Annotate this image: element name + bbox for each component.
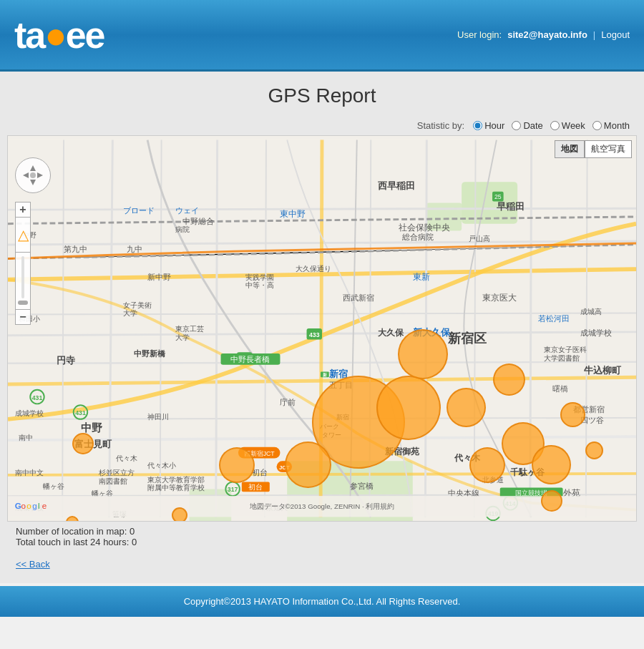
header-divider: | [593, 29, 595, 40]
bubble-5 [493, 363, 525, 396]
svg-text:e: e [42, 501, 47, 510]
bubble-3 [398, 329, 448, 379]
svg-text:25: 25 [494, 193, 502, 200]
back-link[interactable]: << Back [16, 559, 50, 570]
footer-copyright: Copyright©2013 HAYATO Information Co.,Lt… [184, 596, 461, 607]
svg-text:附属中等教育学校: 附属中等教育学校 [147, 484, 205, 492]
svg-text:杉並区立方: 杉並区立方 [98, 469, 135, 477]
svg-text:中野新橋: 中野新橋 [134, 349, 166, 358]
radio-week-input[interactable] [550, 121, 560, 130]
map-type-aerial-button[interactable]: 航空写真 [585, 140, 632, 158]
bubble-10 [72, 433, 94, 454]
radio-week[interactable]: Week [550, 120, 585, 131]
svg-text:社会保険中央: 社会保険中央 [399, 223, 450, 232]
location-count-line: Number of location in map: 0 [16, 526, 628, 537]
svg-text:九中: 九中 [127, 245, 142, 253]
svg-marker-141 [37, 172, 43, 178]
radio-month[interactable]: Month [592, 120, 630, 131]
zoom-out-button[interactable]: − [15, 309, 31, 325]
svg-text:中等・高: 中等・高 [245, 281, 274, 289]
svg-marker-140 [23, 172, 29, 178]
svg-text:大学図書館: 大学図書館 [544, 354, 580, 362]
svg-text:女子美術: 女子美術 [123, 301, 152, 309]
radio-hour[interactable]: Hour [473, 120, 504, 131]
svg-text:g: g [32, 501, 37, 510]
svg-text:実践学園: 実践学園 [245, 273, 274, 281]
svg-text:中野: 中野 [81, 422, 102, 434]
map-type-map-button[interactable]: 地図 [555, 140, 585, 158]
touch-count-value: 0 [132, 537, 137, 547]
radio-date[interactable]: Date [512, 120, 542, 131]
svg-text:新: 新 [323, 372, 327, 377]
bubble-17 [585, 441, 603, 459]
svg-text:戸山高: 戸山高 [469, 235, 490, 243]
bubble-4 [447, 388, 486, 427]
map-background: 302 433 JCT 新宿区 中野 富士見町 牛込柳町 曙橋 代々木 千駄ヶ谷… [8, 136, 636, 521]
logo: ta●ee [14, 14, 104, 57]
svg-text:ブロード: ブロード [123, 206, 155, 215]
svg-text:曙橋: 曙橋 [552, 384, 568, 393]
zoom-in-button[interactable]: + [15, 202, 31, 218]
location-count-value: 0 [130, 526, 135, 537]
svg-line-19 [216, 140, 218, 517]
street-view-button[interactable]: △ [15, 218, 31, 252]
svg-text:西武新宿: 西武新宿 [343, 293, 374, 302]
svg-text:東京工芸: 東京工芸 [175, 325, 204, 333]
svg-text:東京女子医科: 東京女子医科 [544, 346, 587, 353]
touch-count-label: Total touch in last 24 hours: [16, 537, 129, 547]
info-bar: Number of location in map: 0 Total touch… [7, 522, 637, 552]
svg-text:新中野: 新中野 [147, 273, 171, 281]
svg-text:代々木: 代々木 [115, 454, 137, 462]
svg-text:総合病院: 総合病院 [401, 233, 434, 241]
map-nav-control[interactable] [15, 157, 51, 193]
map-type-buttons: 地図 航空写真 [555, 140, 632, 158]
header: ta●ee User login: site2@hayato.info | Lo… [0, 0, 644, 72]
radio-date-input[interactable] [512, 121, 521, 130]
svg-text:新宿区: 新宿区 [448, 331, 487, 346]
svg-marker-139 [30, 180, 36, 185]
svg-text:初台: 初台 [252, 468, 268, 477]
bubble-16 [541, 490, 562, 512]
svg-text:円寺: 円寺 [57, 355, 75, 366]
user-login-label: User login: [457, 29, 502, 40]
svg-text:第九中: 第九中 [64, 245, 87, 253]
radio-hour-input[interactable] [473, 121, 482, 130]
nav-circle[interactable] [15, 157, 51, 193]
bubble-13 [172, 507, 187, 521]
logo-pin: ● [44, 14, 65, 57]
page-title-area: GPS Report [0, 72, 644, 116]
svg-text:大学: 大学 [123, 309, 137, 317]
svg-text:病院: 病院 [175, 225, 190, 233]
svg-text:地図データ©2013 Google, ZENRIN · 利用: 地図データ©2013 Google, ZENRIN · 利用規約 [249, 502, 395, 510]
svg-text:G: G [15, 501, 21, 510]
svg-text:東中野: 東中野 [280, 209, 306, 218]
location-count-label: Number of location in map: [16, 526, 127, 537]
zoom-slider[interactable] [15, 252, 31, 309]
bubble-8 [285, 441, 331, 488]
radio-hour-label: Hour [484, 120, 504, 131]
svg-text:大久保通り: 大久保通り [296, 265, 331, 273]
user-email: site2@hayato.info [507, 29, 587, 40]
svg-text:ウェイ: ウェイ [175, 206, 199, 215]
svg-text:o: o [26, 501, 31, 510]
svg-text:庁前: 庁前 [280, 398, 296, 406]
header-right: User login: site2@hayato.info | Logout [457, 29, 630, 40]
svg-text:参宮橋: 参宮橋 [350, 482, 374, 490]
svg-text:中野総合: 中野総合 [182, 217, 214, 225]
statistic-bar: Statistic by: Hour Date Week Month [7, 116, 637, 135]
svg-text:幡ヶ谷: 幡ヶ谷 [43, 482, 64, 490]
footer: Copyright©2013 HAYATO Information Co.,Lt… [0, 586, 644, 617]
radio-month-input[interactable] [592, 121, 602, 130]
svg-text:431: 431 [75, 409, 86, 416]
map-container[interactable]: 302 433 JCT 新宿区 中野 富士見町 牛込柳町 曙橋 代々木 千駄ヶ谷… [7, 135, 637, 522]
content: Statistic by: Hour Date Week Month [0, 116, 644, 583]
logout-link[interactable]: Logout [601, 29, 630, 40]
svg-text:初台: 初台 [248, 483, 263, 491]
radio-month-label: Month [604, 120, 630, 131]
svg-text:成城学校: 成城学校 [580, 328, 612, 337]
svg-text:431: 431 [32, 394, 43, 401]
radio-group: Hour Date Week Month [473, 120, 630, 131]
svg-text:o: o [21, 501, 26, 510]
svg-text:南中: 南中 [19, 434, 33, 441]
bubble-15 [560, 402, 585, 427]
